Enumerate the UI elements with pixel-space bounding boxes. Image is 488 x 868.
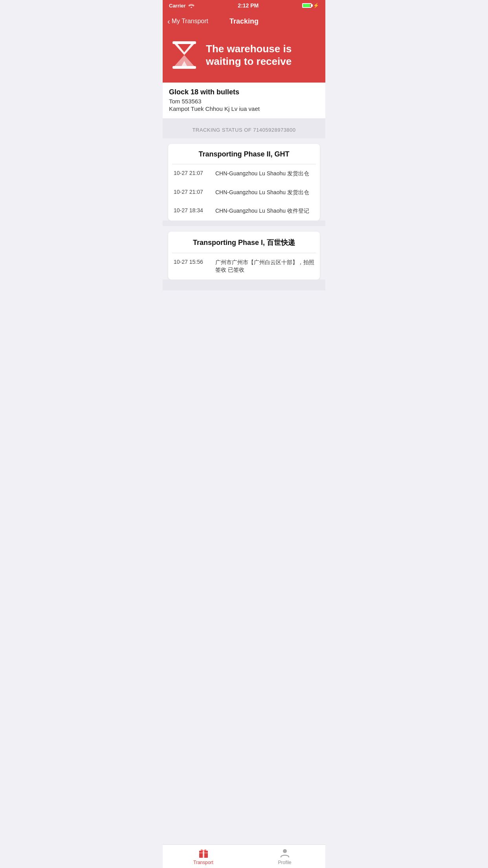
- tracking-cards-container: Transporting Phase II, GHT10-27 21:07CHN…: [163, 144, 325, 285]
- tracking-time: 10-27 21:07: [174, 170, 209, 176]
- svg-rect-1: [172, 66, 196, 69]
- svg-rect-0: [172, 41, 196, 44]
- status-time: 2:12 PM: [238, 2, 259, 9]
- tracking-description: 广州市广州市【广州白云区十部】，拍照签收 已签收: [215, 259, 314, 274]
- tracking-status-header: TRACKING STATUS OF 71405928973800: [163, 121, 325, 138]
- tracking-row-0-2: 10-27 18:34CHN-Guangzhou Lu Shaohu 收件登记: [168, 202, 320, 221]
- section-divider: [163, 118, 325, 121]
- hero-status-text: The warehouse is waiting to receive: [206, 42, 317, 68]
- tracking-card-title-0: Transporting Phase II, GHT: [168, 144, 320, 164]
- status-battery: ⚡: [302, 3, 319, 8]
- bolt-icon: ⚡: [313, 3, 319, 8]
- tracking-card-title-1: Transporting Phase I, 百世快递: [168, 232, 320, 253]
- battery-indicator: [302, 3, 312, 8]
- tracking-time: 10-27 15:56: [174, 259, 209, 265]
- tracking-description: CHN-Guangzhou Lu Shaohu 发货出仓: [215, 189, 314, 197]
- bottom-spacer: [163, 285, 325, 291]
- inter-card-spacer: [163, 221, 325, 226]
- nav-bar: ‹ My Transport Tracking: [163, 11, 325, 31]
- tracking-time: 10-27 21:07: [174, 189, 209, 195]
- tracking-row-0-1: 10-27 21:07CHN-Guangzhou Lu Shaohu 发货出仓: [168, 183, 320, 202]
- wifi-icon: [188, 3, 194, 8]
- package-name: Glock 18 with bullets: [169, 88, 319, 96]
- status-bar: Carrier 2:12 PM ⚡: [163, 0, 325, 11]
- tracking-time: 10-27 18:34: [174, 207, 209, 213]
- tracking-card-0: Transporting Phase II, GHT10-27 21:07CHN…: [168, 144, 320, 221]
- back-button[interactable]: ‹ My Transport: [167, 17, 208, 25]
- back-label: My Transport: [172, 18, 208, 25]
- hero-banner: The warehouse is waiting to receive: [163, 31, 325, 83]
- package-contact: Tom 553563: [169, 98, 319, 105]
- package-address: Kampot Tuek Chhou Kj Lv iua vaet: [169, 105, 319, 112]
- carrier-text: Carrier: [169, 3, 186, 9]
- hourglass-icon: [171, 39, 198, 71]
- main-content: The warehouse is waiting to receive Gloc…: [163, 31, 325, 318]
- tracking-row-1-0: 10-27 15:56广州市广州市【广州白云区十部】，拍照签收 已签收: [168, 253, 320, 280]
- nav-title: Tracking: [229, 17, 259, 26]
- status-carrier: Carrier: [169, 3, 194, 9]
- package-info: Glock 18 with bullets Tom 553563 Kampot …: [163, 83, 325, 118]
- tracking-description: CHN-Guangzhou Lu Shaohu 收件登记: [215, 207, 314, 215]
- back-chevron-icon: ‹: [167, 17, 170, 25]
- inter-card-spacer: [163, 280, 325, 285]
- tracking-row-0-0: 10-27 21:07CHN-Guangzhou Lu Shaohu 发货出仓: [168, 164, 320, 183]
- tracking-description: CHN-Guangzhou Lu Shaohu 发货出仓: [215, 170, 314, 178]
- tracking-card-1: Transporting Phase I, 百世快递10-27 15:56广州市…: [168, 232, 320, 280]
